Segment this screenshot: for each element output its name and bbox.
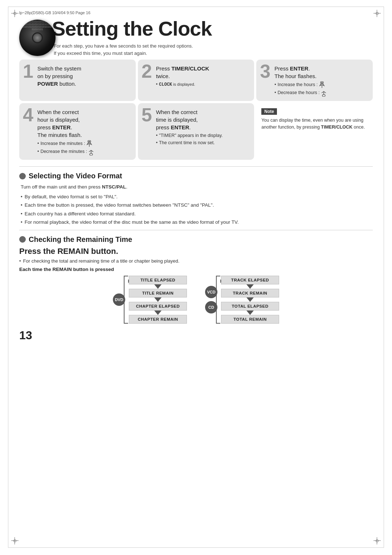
svg-point-1 [322,94,325,97]
section-video-format-title: Selecting the Video Format [29,172,122,180]
note-label: Note [261,108,277,115]
step-1-content: Switch the systemon by pressingPOWER but… [37,65,131,88]
step-3-box: 3 Press ENTER.The hour flashes. Increase… [256,60,373,101]
remain-bullet-line: • For checking the total and remaining t… [19,258,373,264]
section-video-format-body: Turn off the main unit and then press NT… [19,183,373,226]
dvd-chapter-remain: CHAPTER REMAIN [129,315,187,324]
remain-bullet-dot: • [19,258,21,264]
dvd-label: DVD [113,293,125,306]
vcd-flow-container: TRACK ELAPSED TRACK REMAIN TOTAL ELAPSED… [221,276,279,324]
vcd-total-remain: TOTAL REMAIN [221,315,279,324]
step-1-text: Switch the systemon by pressingPOWER but… [37,65,81,87]
video-format-intro: Turn off the main unit and then press NT… [21,183,373,191]
decrease-hours-icon [321,89,327,97]
step-2-content: Press TIMER/CLOCKtwice. CLOCK is display… [156,65,249,88]
step-2-bullet1: CLOCK is displayed. [156,81,249,88]
vcd-label: VCD [205,286,217,298]
video-bullet-1: By default, the video format is set to "… [21,193,373,201]
page-meta: lp~28p(DS80)-GB 10/4/04 9:50 Page 16 [19,11,373,15]
step-4-content: When the correcthour is displayed,press … [37,108,131,155]
step-4-decrease: Decrease the minutes : [40,148,94,155]
step-4-bullets: Increase the minutes : Decrease the minu… [37,140,131,155]
desc-line2: If you exceed this time, you must start … [54,50,373,57]
disc-center [32,32,43,43]
section-video-format-header: Selecting the Video Format [19,172,373,180]
decrease-minutes-icon [88,148,94,155]
remain-bullet-text: For checking the total and remaining tim… [23,258,180,264]
dvd-diagram: DVD TITLE ELAPSED TITLE REMAIN CHAPTER E… [113,276,187,324]
step-3-number: 3 [260,62,270,81]
step-4-number: 4 [23,105,33,124]
step-3-decrease: Decrease the hours : [278,89,327,97]
section-dot-2 [19,236,26,243]
video-bullet-4: For normal playback, the video format of… [21,218,373,226]
divider-1 [19,166,373,167]
dvd-arrow-1 [154,284,162,289]
dvd-arrow-3 [154,311,162,315]
step-5-number: 5 [142,105,152,124]
step-5-bullet1: "TIMER" appears in the display. [156,133,249,139]
note-text: You can display the time, even when you … [261,118,365,130]
crosshair-top-right [373,10,381,17]
section-remain-header: Checking the Remaining Time [19,235,373,244]
vcd-flow: TRACK ELAPSED TRACK REMAIN TOTAL ELAPSED… [221,276,279,324]
dvd-cycle-bracket [124,276,128,324]
step-3-text: Press ENTER.The hour flashes. [274,65,317,79]
step-5-timer: "TIMER" appears in the display. [159,133,222,139]
dvd-arrow-2 [154,297,162,302]
title-block: Setting the Clock For each step, you hav… [52,19,373,57]
step-5-text: When the correcttime is displayed,press … [156,109,198,130]
step-1-number: 1 [23,62,33,81]
step-5-bullet2: The current time is now set. [156,140,249,146]
step-4-text: When the correcthour is displayed,press … [37,109,82,138]
step-3-bullet2: Decrease the hours : [274,89,368,97]
increase-minutes-icon [86,140,92,147]
remain-heading: Press the REMAIN button. [19,247,373,256]
step-4-increase: Increase the minutes : [40,140,92,147]
svg-point-3 [90,153,93,155]
step-3-increase: Increase the hours : [278,81,325,89]
step-1-box: 1 Switch the systemon by pressingPOWER b… [19,60,136,101]
vcd-arrow-3 [246,311,254,315]
crosshair-bottom-right [373,537,381,544]
crosshair-bottom-left [11,537,19,544]
diagram-area: DVD TITLE ELAPSED TITLE REMAIN CHAPTER E… [19,276,373,324]
dvd-title-remain: TITLE REMAIN [129,289,187,297]
page-number: 13 [19,329,373,342]
step-5-box: 5 When the correcttime is displayed,pres… [138,103,254,160]
section-dot-1 [19,173,26,179]
step-5-set: The current time is now set. [159,140,215,146]
divider-2 [19,230,373,230]
step-2-bullets: CLOCK is displayed. [156,81,249,88]
steps-row-1: 1 Switch the systemon by pressingPOWER b… [19,60,373,101]
desc-line1: For each step, you have a few seconds to… [54,42,373,50]
video-bullet-2: Each time the button is pressed, the vid… [21,201,373,209]
step-2-clock-text: CLOCK is displayed. [159,82,195,88]
step-2-box: 2 Press TIMER/CLOCKtwice. CLOCK is displ… [138,60,254,101]
step-4-bullet1: Increase the minutes : [37,140,131,147]
step-4-bullet2: Decrease the minutes : [37,148,131,155]
steps-row-2: 4 When the correcthour is displayed,pres… [19,103,373,160]
vcd-diagram: VCD CD TRACK ELAPSED TRACK REMAIN TOTAL … [205,276,279,324]
note-content: You can display the time, even when you … [261,117,368,131]
step-4-box: 4 When the correcthour is displayed,pres… [19,103,136,160]
step-5-bullets: "TIMER" appears in the display. The curr… [156,133,249,146]
file-info: lp~28p(DS80)-GB 10/4/04 9:50 Page 16 [19,11,90,15]
vcd-track-elapsed: TRACK ELAPSED [221,276,279,284]
crosshair-top-left [11,10,19,17]
step-2-number: 2 [142,62,152,81]
step-3-content: Press ENTER.The hour flashes. Increase t… [274,65,368,97]
step-3-bullet1: Increase the hours : [274,81,368,89]
vcd-cycle-bracket [216,276,220,324]
vcd-cd-labels: VCD CD [205,286,217,313]
step-2-text: Press TIMER/CLOCKtwice. [156,65,209,79]
dvd-flow-container: TITLE ELAPSED TITLE REMAIN CHAPTER ELAPS… [129,276,187,324]
vcd-arrow-2 [246,297,254,302]
section-remain-title: Checking the Remaining Time [29,235,132,244]
dvd-flow: TITLE ELAPSED TITLE REMAIN CHAPTER ELAPS… [129,276,187,324]
vcd-arrow-1 [246,284,254,289]
cd-label: CD [205,301,217,313]
vcd-total-elapsed: TOTAL ELAPSED [221,302,279,311]
logo-disc: 0101010101010101010101010101010101010101… [19,20,56,56]
subtitle-desc: For each step, you have a few seconds to… [52,42,373,57]
